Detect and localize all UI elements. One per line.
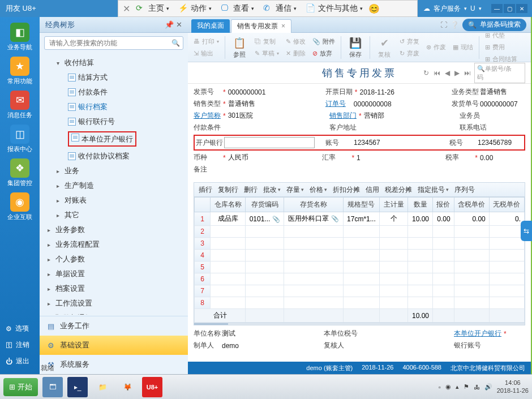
tree-node-shoufuxieyi[interactable]: 收付款协议档案 xyxy=(40,149,188,164)
data-grid[interactable]: 仓库名称 存货编码 存货名称 规格型号 主计量 数量 报价 含税单价 无税单价 … xyxy=(194,197,525,323)
tab-close-icon[interactable]: × xyxy=(281,22,285,30)
btn-copy-row[interactable]: 复制行 xyxy=(218,185,238,195)
pin-icon[interactable]: 📌 xyxy=(165,20,174,29)
btn-xianjie[interactable]: ▦现结 xyxy=(451,42,475,53)
nav-first-icon[interactable]: ⏮ xyxy=(432,69,441,77)
btn-del-row[interactable]: 删行 xyxy=(244,185,258,195)
btn-xinyong[interactable]: 信用 xyxy=(366,185,379,195)
tree-node-geren[interactable]: ▸个人参数 xyxy=(40,252,188,267)
close-icon[interactable]: ✕ xyxy=(123,3,130,14)
nav-next-icon[interactable]: ▶ xyxy=(453,69,461,77)
menu-comm[interactable]: ✆通信▾ xyxy=(260,2,300,15)
table-row[interactable]: 8 xyxy=(195,297,525,309)
tree-node-yinhang-dangan[interactable]: 银行档案 xyxy=(40,100,188,114)
nav-common[interactable]: ★常用功能 xyxy=(5,55,35,86)
tree-node-dangan[interactable]: ▸档案设置 xyxy=(40,281,188,296)
tree-node-qita[interactable]: ▸其它 xyxy=(40,208,188,222)
tray-sound-icon[interactable]: 🔊 xyxy=(484,383,492,391)
btn-discard[interactable]: ⊘放弃 xyxy=(310,48,337,59)
paperclip-icon[interactable]: 📎 xyxy=(272,216,280,222)
expand-icon[interactable]: ⛶ xyxy=(440,21,447,29)
btn-qifu[interactable]: ↺弃复 xyxy=(397,36,422,47)
footer-xitong[interactable]: ⚒系统服务 xyxy=(40,355,188,374)
u-menu[interactable]: U xyxy=(470,5,475,12)
tree-node-shoufu[interactable]: ▾收付结算 xyxy=(40,55,188,70)
minimize-button[interactable]: — xyxy=(491,4,503,13)
tab-invoice[interactable]: 销售专用发票× xyxy=(231,19,291,33)
help-icon[interactable]: ❔ xyxy=(451,21,459,29)
tray-up-icon[interactable]: ▴ xyxy=(456,383,459,391)
btn-print[interactable]: 🖶打印▾ xyxy=(191,36,221,47)
tree-search-input[interactable] xyxy=(44,36,183,50)
btn-audit[interactable]: ✔复核 xyxy=(374,35,395,60)
tab-desktop[interactable]: 我的桌面 xyxy=(191,19,230,33)
table-row[interactable]: 5 xyxy=(195,261,525,273)
btn-copy[interactable]: ⿻复制 xyxy=(252,36,281,47)
tree-node-kaihuyinhang[interactable]: 本单位开户银行 xyxy=(40,129,188,149)
tree-node-yewu[interactable]: ▸业务 xyxy=(40,164,188,178)
table-row[interactable]: 2 xyxy=(195,226,525,238)
tray-flag-icon[interactable]: ⚑ xyxy=(464,383,469,391)
tray-clock[interactable]: 14:062018-11-26 xyxy=(497,379,529,394)
search-icon[interactable]: 🔍 xyxy=(171,39,180,47)
link-dept[interactable]: 销售部门 xyxy=(329,111,357,121)
btn-qifei[interactable]: ↻弃废 xyxy=(397,48,422,59)
tree-node-danju[interactable]: ▸单据设置 xyxy=(40,267,188,281)
nav-options[interactable]: ⚙选项 xyxy=(0,320,40,337)
float-side-tab[interactable]: ⇆ xyxy=(521,221,532,241)
smiley-icon[interactable]: 😊 xyxy=(368,3,380,14)
menu-view[interactable]: 🖵查看▾ xyxy=(217,2,258,15)
cloud-icon[interactable]: ☁ xyxy=(423,5,430,12)
btn-draft[interactable]: ✎草稿▾ xyxy=(252,48,281,59)
task-powershell-icon[interactable]: ▸_ xyxy=(67,377,88,397)
tree-node-shengchan[interactable]: ▸生产制造 xyxy=(40,178,188,193)
tray-icon[interactable]: ▫ xyxy=(439,384,441,391)
task-folder-icon[interactable]: 📁 xyxy=(92,377,113,397)
tray-icon[interactable]: ◉ xyxy=(445,383,451,391)
tree-node-fukuan[interactable]: 付款条件 xyxy=(40,85,188,100)
nav-last-icon[interactable]: ⏭ xyxy=(463,69,472,77)
panel-close-icon[interactable]: ✕ xyxy=(176,20,182,29)
doc-number-search[interactable]: 🔍单据号/条码 xyxy=(474,63,525,83)
tree-node-duizhang[interactable]: ▸对账表 xyxy=(40,193,188,208)
close-button[interactable]: ✕ xyxy=(516,4,527,13)
btn-shuicha[interactable]: 税差分摊 xyxy=(385,185,412,195)
nav-exit[interactable]: ⏻退出 xyxy=(0,353,40,370)
btn-zhidingph[interactable]: 指定批号▾ xyxy=(418,185,449,195)
btn-xuliehao[interactable]: 序列号 xyxy=(454,185,475,195)
btn-batch[interactable]: 批改▾ xyxy=(263,185,281,195)
menu-home[interactable]: ⟳主页▾ xyxy=(132,2,173,15)
btn-feiyong[interactable]: ⊞费用 xyxy=(483,42,520,53)
tree-node-yewucanshu[interactable]: ▸业务参数 xyxy=(40,222,188,237)
table-row[interactable]: 7 xyxy=(195,285,525,297)
tree-node-gongzuoliu[interactable]: ▸工作流设置 xyxy=(40,296,188,311)
nav-refresh-icon[interactable]: ↻ xyxy=(422,69,430,77)
tree-node-liucheng[interactable]: ▸业务流程配置 xyxy=(40,237,188,252)
table-row[interactable]: 1 成品库 0101... 📎 医用外科口罩 📎 17cm*1... 个 10.… xyxy=(195,212,525,226)
btn-insert-row[interactable]: 插行 xyxy=(199,185,212,195)
menu-action[interactable]: ⚡动作▾ xyxy=(175,2,215,15)
table-row[interactable]: 3 xyxy=(195,238,525,250)
customer-service-link[interactable]: 客户服务 xyxy=(434,4,461,14)
tree-node-jiesuan[interactable]: 结算方式 xyxy=(40,70,188,85)
btn-zuofei[interactable]: ⊗作废 xyxy=(424,42,448,53)
footer-yewu[interactable]: ▤业务工作 xyxy=(40,316,188,336)
nav-biz[interactable]: ◧业务导航 xyxy=(5,22,35,52)
nav-msg[interactable]: ✉消息任务 xyxy=(5,89,35,120)
btn-output[interactable]: ⇲输出 xyxy=(191,48,221,59)
tray-network-icon[interactable]: 🖧 xyxy=(474,384,480,391)
task-firefox-icon[interactable]: 🦊 xyxy=(117,377,138,397)
btn-attach[interactable]: 📎附件 xyxy=(310,36,337,47)
btn-save[interactable]: 💾保存 xyxy=(345,35,366,60)
tree-node-yujing[interactable]: ▸预警与通知 xyxy=(40,311,188,315)
link-customer[interactable]: 客户简称 xyxy=(194,111,221,121)
nav-enterprise[interactable]: ◉企业互联 xyxy=(5,191,35,222)
paperclip-icon[interactable]: 📎 xyxy=(331,215,339,222)
barcode-search[interactable]: 🔍单据条码搜索 xyxy=(462,19,526,31)
btn-zhekou[interactable]: 折扣分摊 xyxy=(333,185,360,195)
task-explorer-icon[interactable]: 🗔 xyxy=(42,377,63,397)
link-order[interactable]: 订单号 xyxy=(325,99,353,109)
grid-scrollbar[interactable] xyxy=(194,323,525,325)
nav-prev-icon[interactable]: ◀ xyxy=(444,69,451,77)
footer-jichu[interactable]: ⚙基础设置 xyxy=(40,336,188,355)
